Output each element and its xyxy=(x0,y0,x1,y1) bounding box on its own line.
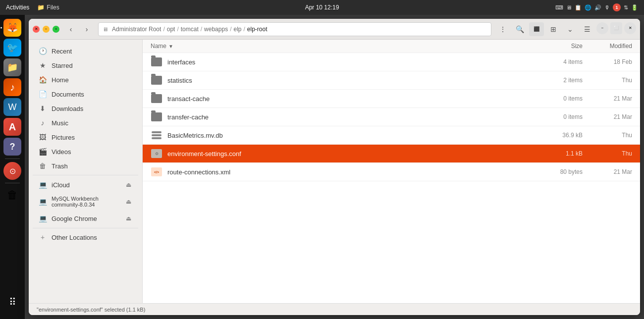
title-bar-actions: ⋮ 🔍 ⬛ ⊞ ⌄ ☰ − ⬜ ✕ xyxy=(495,22,636,36)
file-name: interfaces xyxy=(167,58,533,66)
sidebar-item-pictures[interactable]: 🖼 Pictures xyxy=(31,130,140,144)
notification-badge[interactable]: 1 xyxy=(613,3,621,11)
col-modified-header[interactable]: Modified xyxy=(583,43,632,50)
title-bar: ✕ − + ‹ › 🖥 Administrator Root / opt / t… xyxy=(29,19,640,40)
table-row[interactable]: ⚙ environment-settings.conf 1.1 kB Thu xyxy=(143,145,640,163)
close-button[interactable]: ✕ xyxy=(33,26,40,33)
breadcrumb-sep-1: / xyxy=(163,26,164,33)
sidebar-label-trash: Trash xyxy=(52,162,132,170)
breadcrumb-tomcat[interactable]: tomcat xyxy=(181,26,199,33)
breadcrumb-elp-root[interactable]: elp-root xyxy=(247,26,268,33)
volume-icon: 🔊 xyxy=(594,4,601,11)
breadcrumb-admin-root[interactable]: Administrator Root xyxy=(112,26,161,33)
googlechrome-eject-button[interactable]: ⏏ xyxy=(125,214,132,223)
window-close-btn[interactable]: ✕ xyxy=(624,22,636,34)
table-row[interactable]: transfer-cache 0 items 21 Mar xyxy=(143,108,640,126)
sidebar-item-recent[interactable]: 🕐 Recent xyxy=(31,44,140,58)
system-bar: Activities 📁 Files Apr 10 12:19 ⌨ 🖥 📋 🌐 … xyxy=(0,0,644,15)
sidebar-item-mysql[interactable]: 💻 MySQL Workbench community-8.0.34 ⏏ xyxy=(31,193,140,211)
search-button[interactable]: 🔍 xyxy=(512,22,527,36)
breadcrumb-bar[interactable]: 🖥 Administrator Root / opt / tomcat / we… xyxy=(98,22,491,36)
status-text: "environment-settings.conf" selected (1.… xyxy=(37,307,145,313)
sidebar-item-otherlocations[interactable]: + Other Locations xyxy=(31,230,140,244)
table-row[interactable]: interfaces 4 items 18 Feb xyxy=(143,53,640,71)
trash-icon: 🗑 xyxy=(39,162,47,170)
files-dock-icon[interactable]: 📁 xyxy=(3,58,21,76)
appstore-dock-icon[interactable]: A xyxy=(3,118,21,136)
folder-icon xyxy=(151,74,162,86)
sidebar-item-videos[interactable]: 🎬 Videos xyxy=(31,145,140,159)
sidebar-label-downloads: Downloads xyxy=(52,105,132,112)
system-bar-datetime: Apr 10 12:19 xyxy=(305,4,339,11)
forward-button[interactable]: › xyxy=(79,22,94,36)
breadcrumb-elp[interactable]: elp xyxy=(234,26,242,33)
sidebar-item-icloud[interactable]: 💻 iCloud ⏏ xyxy=(31,177,140,192)
admin-icon: 🖥 xyxy=(103,26,108,32)
sidebar-item-googlechrome[interactable]: 💻 Google Chrome ⏏ xyxy=(31,211,140,226)
firefox-dock-icon[interactable]: 🦊 xyxy=(3,19,21,37)
minimize-button[interactable]: − xyxy=(43,26,50,33)
rhythmbox-dock-icon[interactable]: ♪ xyxy=(3,78,21,96)
sidebar-label-icloud: iCloud xyxy=(52,181,120,189)
ubuntu-dock-icon[interactable]: ⊙ xyxy=(3,162,21,180)
trash-dock-icon[interactable]: 🗑 xyxy=(3,186,21,204)
sidebar-label-recent: Recent xyxy=(52,48,132,55)
icloud-eject-button[interactable]: ⏏ xyxy=(125,180,132,189)
breadcrumb-webapps[interactable]: webapps xyxy=(204,26,228,33)
sidebar-item-starred[interactable]: ★ Starred xyxy=(31,58,140,72)
view-toggle-button[interactable]: ⌄ xyxy=(563,22,578,36)
status-bar: "environment-settings.conf" selected (1.… xyxy=(29,303,640,315)
thunderbird-dock-icon[interactable]: 🐦 xyxy=(3,39,21,56)
table-row[interactable]: transact-cache 0 items 21 Mar xyxy=(143,90,640,108)
sidebar-item-home[interactable]: 🏠 Home xyxy=(31,73,140,87)
starred-icon: ★ xyxy=(39,61,47,69)
sort-arrow: ▼ xyxy=(168,44,173,49)
file-name: transact-cache xyxy=(167,95,533,103)
table-row[interactable]: </> route-connections.xml 80 bytes 21 Ma… xyxy=(143,163,640,181)
window-restore-btn[interactable]: ⬜ xyxy=(610,22,622,34)
dock-separator-2 xyxy=(5,183,20,183)
view-list-button[interactable]: ⬛ xyxy=(529,22,544,36)
app-area: 🦊 🐦 📁 ♪ W A ? ⊙ 🗑 ⠿ ✕ − + ‹ › 🖥 A xyxy=(0,15,644,319)
dock-separator xyxy=(5,159,20,159)
nav-buttons: ‹ › xyxy=(63,22,94,36)
more-options-button[interactable]: ⋮ xyxy=(495,22,510,36)
keyboard-icon: ⌨ xyxy=(555,4,563,11)
file-manager-window: ✕ − + ‹ › 🖥 Administrator Root / opt / t… xyxy=(29,19,640,315)
sidebar-item-documents[interactable]: 📄 Documents xyxy=(31,87,140,101)
dock: 🦊 🐦 📁 ♪ W A ? ⊙ 🗑 ⠿ xyxy=(0,15,25,319)
sidebar-item-music[interactable]: ♪ Music xyxy=(31,116,140,130)
menu-button[interactable]: ☰ xyxy=(580,22,594,36)
table-row[interactable]: BasicMetrics.mv.db 36.9 kB Thu xyxy=(143,126,640,145)
col-size-header[interactable]: Size xyxy=(533,43,583,50)
file-list-container: Name ▼ Size Modified interfaces 4 items … xyxy=(143,40,640,303)
window-minimize-btn[interactable]: − xyxy=(596,22,608,34)
sidebar-label-googlechrome: Google Chrome xyxy=(52,215,120,222)
files-label: 📁 Files xyxy=(37,4,59,11)
help-dock-icon[interactable]: ? xyxy=(3,138,21,156)
mysql-icon: 💻 xyxy=(39,198,47,206)
back-button[interactable]: ‹ xyxy=(63,22,78,36)
mysql-eject-button[interactable]: ⏏ xyxy=(125,197,132,206)
recent-icon: 🕐 xyxy=(39,47,47,55)
sidebar-label-music: Music xyxy=(52,119,132,127)
table-row[interactable]: statistics 2 items Thu xyxy=(143,71,640,90)
breadcrumb-sep-2: / xyxy=(177,26,178,33)
network-icon: 🌐 xyxy=(585,4,591,11)
show-apps-icon[interactable]: ⠿ xyxy=(3,293,21,311)
col-name-header[interactable]: Name ▼ xyxy=(151,43,533,50)
breadcrumb-opt[interactable]: opt xyxy=(167,26,175,33)
maximize-button[interactable]: + xyxy=(53,26,59,33)
sidebar: 🕐 Recent ★ Starred 🏠 Home 📄 Documents ⬇ xyxy=(29,40,143,303)
db-file-icon xyxy=(151,129,162,141)
libreoffice-dock-icon[interactable]: W xyxy=(3,98,21,116)
file-modified: 21 Mar xyxy=(583,113,632,120)
view-grid-button[interactable]: ⊞ xyxy=(546,22,561,36)
folder-icon xyxy=(151,111,162,123)
sidebar-item-downloads[interactable]: ⬇ Downloads xyxy=(31,102,140,115)
sidebar-label-otherlocations: Other Locations xyxy=(52,234,132,241)
file-modified: 21 Mar xyxy=(583,168,632,175)
main-content: 🕐 Recent ★ Starred 🏠 Home 📄 Documents ⬇ xyxy=(29,40,640,303)
sidebar-item-trash[interactable]: 🗑 Trash xyxy=(31,159,140,173)
activities-button[interactable]: Activities xyxy=(6,4,29,11)
